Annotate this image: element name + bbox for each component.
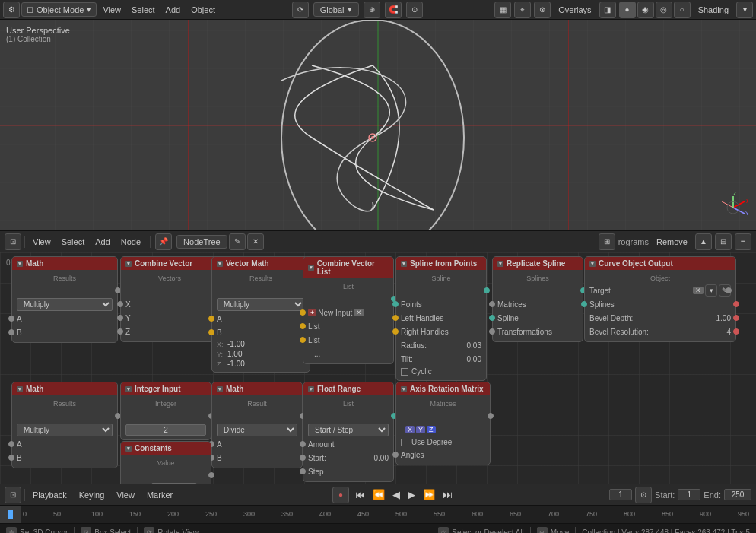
keyframe-icon[interactable]: ⊙	[635, 487, 652, 503]
proportional-icon[interactable]: ⊙	[406, 2, 423, 18]
overlays-icon[interactable]: ⊗	[534, 2, 551, 18]
node-const-collapse[interactable]: ▾	[125, 446, 132, 452]
pb-menu-playback[interactable]: Playback	[28, 489, 71, 501]
mode-selector[interactable]: ◻ Object Mode ▾	[21, 2, 97, 17]
compositor-icon[interactable]: ⊞	[599, 233, 615, 250]
node-math3[interactable]: ▾ Math Result Divide A B	[211, 382, 303, 468]
node-math2-select[interactable]: Multiply	[17, 424, 113, 436]
node-vector-math-collapse[interactable]: ▾	[217, 261, 223, 267]
gizmo-icon[interactable]: ⌖	[514, 2, 531, 18]
material-shading-btn[interactable]: ◉	[637, 2, 654, 18]
node-arm-collapse[interactable]: ▾	[401, 386, 407, 392]
eevee-shading-btn[interactable]: ○	[674, 2, 691, 18]
timeline[interactable]: 0 50 100 150 200 250 300 350 400 450 500…	[0, 506, 756, 524]
target-browse-btn[interactable]: ▾	[705, 284, 717, 297]
pb-menu-marker[interactable]: Marker	[142, 489, 177, 501]
node-arm-xyz-row[interactable]: X Y Z	[396, 423, 490, 436]
node-cvl-newinput-row[interactable]: + New Input ✕	[303, 306, 393, 319]
node-sfp-cyclic[interactable]: Cyclic	[396, 366, 486, 377]
node-tree-edit-icon[interactable]: ✎	[229, 233, 246, 250]
snap-magnet-icon[interactable]: 🧲	[385, 2, 402, 18]
node-vm-select[interactable]: Multiply	[217, 298, 305, 311]
node-math2-dropdown[interactable]: Multiply	[12, 423, 117, 437]
node-constants[interactable]: ▾ Constants Value 1 Pi	[120, 441, 211, 484]
transform-selector[interactable]: Global ▾	[313, 2, 359, 17]
node-curve-output[interactable]: ▾ Curve Object Output Object Target ✕ ▾ …	[584, 256, 736, 342]
node-replicate-spline[interactable]: ▾ Replicate Spline Splines Matrices Spli…	[492, 256, 583, 342]
integer-value-input[interactable]	[125, 424, 206, 436]
node-vector-math[interactable]: ▾ Vector Math Results Multiply A B X	[211, 256, 310, 373]
node-spline-from-points[interactable]: ▾ Spline from Points Spline Points Left …	[395, 256, 487, 381]
node-menu-add[interactable]: Add	[91, 236, 115, 248]
solid-shading-btn[interactable]: ●	[619, 2, 636, 18]
target-x-btn[interactable]: ✕	[693, 287, 704, 294]
playback-type-icon[interactable]: ⊡	[5, 487, 21, 503]
xray-icon[interactable]: ◨	[599, 2, 616, 18]
node-axis-rotation[interactable]: ▾ Axis Rotation Matrix Matrices X Y Z Us…	[395, 382, 491, 465]
node-cvl-collapse[interactable]: ▾	[308, 265, 314, 271]
node-sfp-collapse[interactable]: ▾	[401, 261, 407, 267]
node-combine-vector-collapse[interactable]: ▾	[125, 261, 132, 267]
node-co-collapse[interactable]: ▾	[589, 261, 596, 267]
node-float-range[interactable]: ▾ Float Range List Start / Step Amount S…	[303, 382, 394, 482]
current-frame-input[interactable]	[609, 489, 632, 500]
step-fwd-btn[interactable]: ⏩	[421, 487, 437, 502]
arm-z-badge[interactable]: Z	[427, 426, 436, 433]
node-sidebar-icon[interactable]: ⊟	[715, 233, 732, 250]
node-menu-node[interactable]: Node	[116, 236, 145, 248]
play-btn[interactable]: ▶	[406, 487, 417, 502]
node-options-icon[interactable]: ≡	[735, 233, 751, 250]
new-input-close[interactable]: ✕	[354, 309, 364, 316]
node-combine-vector-list[interactable]: ▾ Combine Vector List List + New Input ✕…	[303, 256, 394, 364]
node-integer-input[interactable]: ▾ Integer Input Integer	[120, 382, 211, 440]
node-arm-use-degree[interactable]: Use Degree	[396, 436, 490, 448]
viewport-icon[interactable]: ▦	[494, 2, 511, 18]
node-overlay-icon[interactable]: ▲	[695, 233, 712, 250]
node-ii-value[interactable]	[121, 423, 211, 436]
node-tree-close-icon[interactable]: ✕	[247, 233, 264, 250]
blender-icon[interactable]: ⚙	[3, 2, 20, 18]
menu-object[interactable]: Object	[186, 4, 220, 16]
node-pin-icon[interactable]: 📌	[155, 233, 172, 250]
cyclic-checkbox[interactable]	[401, 368, 408, 376]
overlays-label[interactable]: Overlays	[554, 4, 596, 16]
node-math1-dropdown[interactable]: Multiply	[17, 298, 113, 311]
remove-btn[interactable]: Remove	[652, 236, 692, 248]
jump-start-btn[interactable]: ⏮	[354, 487, 367, 502]
node-menu-select[interactable]: Select	[57, 236, 90, 248]
node-math1-dropdown-row[interactable]: Multiply	[12, 297, 117, 312]
node-math1-collapse[interactable]: ▾	[17, 261, 23, 267]
node-combine-vector[interactable]: ▾ Combine Vector Vectors X Y Z	[120, 256, 219, 342]
record-btn[interactable]: ●	[332, 487, 349, 503]
node-tree-selector[interactable]: NodeTree	[176, 235, 227, 249]
const-num-field[interactable]: 1	[125, 484, 148, 484]
node-math3-collapse[interactable]: ▾	[217, 386, 223, 392]
viewport[interactable]: User Perspective (1) Collection X Z Y	[0, 20, 756, 231]
start-frame-input[interactable]	[678, 489, 700, 500]
node-ii-collapse[interactable]: ▾	[125, 386, 132, 392]
use-degree-checkbox[interactable]	[401, 439, 408, 446]
node-math3-select[interactable]: Divide	[217, 424, 297, 436]
node-math3-dropdown[interactable]: Divide	[212, 423, 302, 437]
menu-view[interactable]: View	[98, 4, 125, 16]
node-fr-select[interactable]: Start / Step	[308, 424, 389, 436]
menu-select[interactable]: Select	[127, 4, 160, 16]
play-reverse-btn[interactable]: ◀	[391, 487, 402, 502]
node-vm-dropdown[interactable]: Multiply	[212, 297, 310, 312]
node-math2[interactable]: ▾ Math Results Multiply A B	[11, 382, 118, 468]
pb-menu-view[interactable]: View	[112, 489, 139, 501]
node-fr-dropdown[interactable]: Start / Step	[303, 423, 393, 437]
rendered-shading-btn[interactable]: ◎	[656, 2, 672, 18]
shading-dropdown-icon[interactable]: ▾	[736, 2, 753, 18]
const-pi-select[interactable]: Pi	[151, 483, 197, 484]
arm-y-badge[interactable]: Y	[416, 426, 425, 433]
node-math2-collapse[interactable]: ▾	[17, 386, 23, 392]
node-const-pi-row[interactable]: 1 Pi	[121, 482, 211, 484]
pb-menu-keying[interactable]: Keying	[75, 489, 110, 501]
node-math1[interactable]: ▾ Math Results Multiply A B	[11, 256, 118, 343]
node-editor[interactable]: 0.5 1:3 ▾ Math Results Multiply	[0, 252, 756, 484]
menu-add[interactable]: Add	[161, 4, 186, 16]
node-rs-collapse[interactable]: ▾	[497, 261, 503, 267]
end-frame-input[interactable]	[724, 489, 751, 500]
shading-label[interactable]: Shading	[694, 4, 733, 16]
